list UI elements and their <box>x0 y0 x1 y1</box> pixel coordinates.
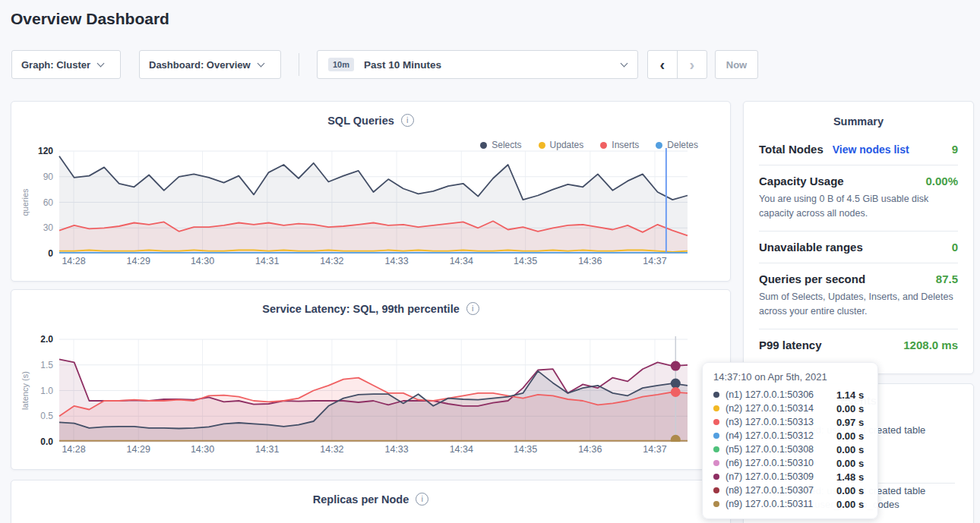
tooltip-node-value: 0.00 s <box>836 403 864 414</box>
svg-text:14:35: 14:35 <box>514 256 537 266</box>
view-nodes-list-link[interactable]: View nodes list <box>833 143 909 156</box>
svg-text:14:28: 14:28 <box>62 256 85 266</box>
tooltip-node-value: 1.14 s <box>836 389 864 401</box>
svg-text:30: 30 <box>43 222 54 233</box>
svg-text:14:34: 14:34 <box>450 256 473 266</box>
unavailable-ranges-label: Unavailable ranges <box>759 241 863 254</box>
svg-text:120: 120 <box>38 146 53 156</box>
svg-text:14:29: 14:29 <box>127 256 150 266</box>
sql-queries-title: SQL Queries <box>327 115 394 127</box>
svg-text:14:32: 14:32 <box>320 444 343 455</box>
tooltip-node-label: (n5) 127.0.0.1:50308 <box>726 444 836 455</box>
controls-divider <box>299 53 299 76</box>
svg-text:14:33: 14:33 <box>384 444 408 455</box>
series-color-dot <box>713 392 719 398</box>
series-color-dot <box>713 501 719 507</box>
tooltip-node-value: 0.00 s <box>836 430 864 442</box>
series-color-dot <box>713 474 719 480</box>
time-window-dropdown[interactable]: 10m Past 10 Minutes <box>317 50 638 79</box>
series-color-dot <box>713 460 719 466</box>
svg-text:14:37: 14:37 <box>643 444 666 455</box>
svg-text:14:28: 14:28 <box>62 444 85 455</box>
capacity-usage-description: You are using 0 B of 4.5 GiB usable disk… <box>759 192 958 222</box>
tooltip-node-value: 0.00 s <box>836 444 864 455</box>
tooltip-node-value: 0.00 s <box>836 499 864 510</box>
total-nodes-value: 9 <box>952 143 958 156</box>
summary-row-qps: Queries per second 87.5 <box>759 273 958 285</box>
tooltip-node-label: (n4) 127.0.0.1:50312 <box>726 430 836 441</box>
tooltip-node-row: (n7) 127.0.0.1:503091.48 s <box>713 470 867 484</box>
tooltip-node-label: (n2) 127.0.0.1:50314 <box>726 403 836 414</box>
tooltip-node-value: 0.97 s <box>836 417 864 428</box>
info-icon[interactable]: i <box>416 493 428 506</box>
series-color-dot <box>713 419 719 425</box>
summary-panel: Summary Total Nodes View nodes list 9 Ca… <box>743 101 974 374</box>
svg-text:60: 60 <box>43 197 54 208</box>
tooltip-node-value: 0.00 s <box>836 458 864 469</box>
chart-hover-tooltip: 14:37:10 on Apr 5th, 2021 (n1) 127.0.0.1… <box>702 362 878 519</box>
tooltip-node-row: (n8) 127.0.0.1:503070.00 s <box>713 484 867 497</box>
chevron-down-icon <box>97 59 105 67</box>
sql-queries-panel: SQL Queries i SelectsUpdatesInsertsDelet… <box>11 101 731 282</box>
info-icon[interactable]: i <box>466 302 479 315</box>
tooltip-node-label: (n7) 127.0.0.1:50309 <box>726 471 836 482</box>
svg-text:queries: queries <box>21 188 30 216</box>
summary-row-total-nodes: Total Nodes View nodes list 9 <box>759 143 958 156</box>
dashboard-dropdown-label: Dashboard: Overview <box>149 59 251 71</box>
graph-dropdown[interactable]: Graph: Cluster <box>11 50 121 79</box>
p99-latency-value: 1208.0 ms <box>903 339 958 351</box>
tooltip-node-row: (n6) 127.0.0.1:503100.00 s <box>713 456 867 470</box>
unavailable-ranges-value: 0 <box>952 241 958 254</box>
svg-text:14:36: 14:36 <box>578 256 602 266</box>
series-color-dot <box>713 487 719 493</box>
svg-text:14:35: 14:35 <box>514 444 537 455</box>
time-window-badge: 10m <box>328 58 354 71</box>
tooltip-node-label: (n8) 127.0.0.1:50307 <box>726 485 836 496</box>
time-next-button[interactable]: › <box>678 51 707 78</box>
svg-text:14:31: 14:31 <box>255 444 279 455</box>
qps-value: 87.5 <box>936 273 958 285</box>
capacity-usage-label: Capacity Usage <box>759 175 844 187</box>
svg-text:latency (s): latency (s) <box>21 371 30 410</box>
svg-text:14:29: 14:29 <box>127 444 150 455</box>
svg-text:0.0: 0.0 <box>40 436 53 447</box>
svg-text:1.0: 1.0 <box>40 386 53 396</box>
capacity-usage-value: 0.00% <box>925 175 958 187</box>
graph-dropdown-label: Graph: Cluster <box>21 59 90 71</box>
divider <box>759 231 958 232</box>
page-title: Overview Dashboard <box>11 10 169 28</box>
qps-description: Sum of Selects, Updates, Inserts, and De… <box>759 290 958 320</box>
service-latency-panel: Service Latency: SQL, 99th percentile i … <box>11 289 731 470</box>
p99-latency-label: P99 latency <box>759 339 822 351</box>
tooltip-node-row: (n2) 127.0.0.1:503140.00 s <box>713 402 867 415</box>
series-color-dot <box>713 433 719 439</box>
svg-text:14:31: 14:31 <box>255 256 279 266</box>
time-prev-button[interactable]: ‹ <box>648 51 678 78</box>
service-latency-chart[interactable]: 14:2814:2914:3014:3114:3214:3314:3414:35… <box>11 332 730 459</box>
info-icon[interactable]: i <box>401 114 414 127</box>
tooltip-node-value: 1.48 s <box>836 471 864 483</box>
svg-text:14:36: 14:36 <box>578 444 602 455</box>
service-latency-title: Service Latency: SQL, 99th percentile <box>262 303 460 315</box>
svg-text:14:37: 14:37 <box>643 256 666 266</box>
svg-text:14:33: 14:33 <box>384 256 408 266</box>
svg-text:14:34: 14:34 <box>450 444 473 455</box>
tooltip-timestamp: 14:37:10 on Apr 5th, 2021 <box>713 371 867 383</box>
time-nav-group: ‹ › <box>647 50 707 79</box>
divider <box>759 329 958 329</box>
svg-text:1.5: 1.5 <box>40 360 53 370</box>
tooltip-node-row: (n5) 127.0.0.1:503080.00 s <box>713 443 867 456</box>
svg-text:0: 0 <box>48 248 53 259</box>
dashboard-dropdown[interactable]: Dashboard: Overview <box>139 50 281 79</box>
tooltip-node-row: (n3) 127.0.0.1:503130.97 s <box>713 415 867 429</box>
summary-row-capacity: Capacity Usage 0.00% <box>759 175 958 187</box>
tooltip-node-row: (n9) 127.0.0.1:503110.00 s <box>713 497 867 511</box>
sql-queries-chart[interactable]: 14:2814:2914:3014:3114:3214:3314:3414:35… <box>11 143 730 271</box>
tooltip-node-label: (n3) 127.0.0.1:50313 <box>726 417 836 427</box>
tooltip-node-label: (n6) 127.0.0.1:50310 <box>726 458 836 468</box>
tooltip-node-row: (n4) 127.0.0.1:503120.00 s <box>713 429 867 443</box>
svg-text:2.0: 2.0 <box>40 334 53 345</box>
replicas-per-node-panel: Replicas per Node i <box>11 480 731 523</box>
now-button[interactable]: Now <box>715 50 758 79</box>
tooltip-node-label: (n9) 127.0.0.1:50311 <box>726 499 836 509</box>
